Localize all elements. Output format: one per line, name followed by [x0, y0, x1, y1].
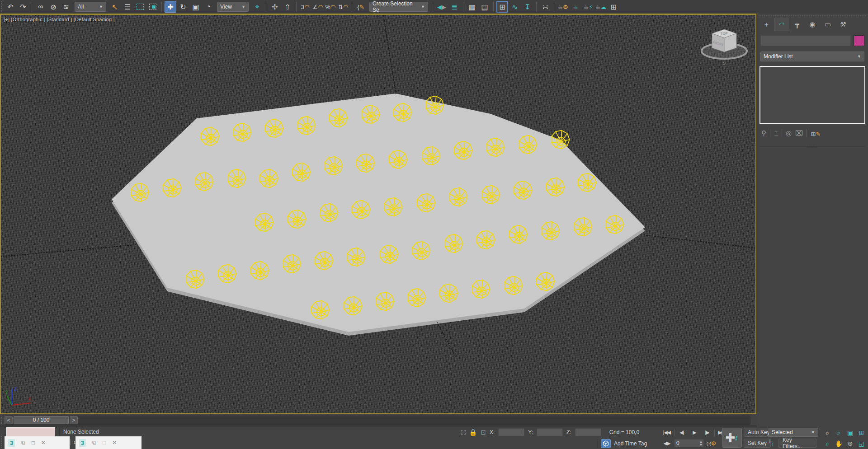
spinner-snap-button[interactable]: ⇅◠ — [337, 1, 349, 13]
tab-motion[interactable]: ◉ — [805, 18, 820, 31]
maxscript-mini-listener[interactable] — [6, 427, 55, 437]
remove-modifier-button[interactable]: ⌧ — [795, 129, 803, 137]
align-button[interactable]: ≣ — [448, 1, 460, 13]
add-time-tag-icon[interactable] — [601, 439, 611, 448]
toggle-ribbon-button[interactable]: ⊞ — [496, 1, 508, 13]
tab-display[interactable]: ▭ — [820, 18, 835, 31]
current-frame-field[interactable]: 0▲▼ — [674, 439, 704, 447]
selection-filter-dropdown[interactable]: All▼ — [75, 2, 106, 12]
select-and-link-button[interactable]: ∞ — [35, 1, 47, 13]
zoom-button[interactable]: ⌕ — [822, 427, 833, 438]
y-coord-field[interactable] — [537, 428, 563, 436]
tab-modify[interactable]: ◠ — [774, 18, 789, 31]
angle-snap-button[interactable]: ∠◠ — [312, 1, 324, 13]
keyboard-shortcut-override-button[interactable]: ⇧ — [282, 1, 293, 13]
toolbar-grip[interactable] — [1, 1, 3, 12]
viewport-label[interactable]: [+] [Orthographic ] [Standard ] [Default… — [4, 17, 115, 22]
select-and-place-button[interactable]: ◔ — [203, 1, 214, 13]
status-bar-grip[interactable] — [1, 436, 3, 448]
schematic-view-button[interactable]: ↧ — [522, 1, 533, 13]
viewport[interactable]: [+] [Orthographic ] [Standard ] [Default… — [1, 15, 755, 413]
material-editor-button[interactable]: ∺ — [539, 1, 551, 13]
configure-modifier-sets-button[interactable]: ⊞✎ — [811, 130, 821, 137]
zoom-extents-button[interactable]: ▣ — [844, 427, 856, 438]
key-filters-button[interactable]: Key Filters... — [778, 439, 816, 448]
window-restore-button[interactable]: ⧉ — [92, 440, 96, 446]
set-keys-button[interactable]: ✚⚷ — [722, 428, 742, 448]
rendered-frame-window-button[interactable]: ☕ — [570, 1, 581, 13]
timeline-grip[interactable] — [1, 417, 3, 424]
tab-create[interactable]: ＋ — [759, 18, 774, 31]
key-mode-toggle-button[interactable]: ◀▶ — [661, 439, 672, 448]
window-maximize-button[interactable]: □ — [103, 440, 106, 446]
percent-snap-button[interactable]: %◠ — [325, 1, 336, 13]
select-and-rotate-button[interactable]: ↻ — [177, 1, 189, 13]
key-filter-selected-dropdown[interactable]: Selected ▼ — [769, 428, 818, 437]
show-end-result-button[interactable]: ⌶ — [774, 129, 778, 137]
object-name-field[interactable] — [760, 35, 851, 46]
play-button[interactable]: ▶ — [689, 428, 700, 437]
edit-named-selection-sets-button[interactable]: {✎ — [355, 1, 367, 13]
minimized-window-titlebar[interactable]: 3⧉□✕ — [75, 436, 142, 449]
named-selection-sets-dropdown[interactable]: Create Selection Se▼ — [369, 2, 428, 12]
minimized-window-titlebar[interactable]: 3⧉□✕ — [5, 436, 70, 449]
tab-utilities[interactable]: ⚒ — [835, 18, 851, 31]
viewcube-top-label[interactable]: TOP — [720, 31, 728, 36]
snaps-toggle-button[interactable]: 3◠ — [299, 1, 311, 13]
curve-editor-button[interactable]: ∿ — [509, 1, 521, 13]
previous-frame-nub[interactable]: < — [5, 416, 13, 424]
add-time-tag-label[interactable]: Add Time Tag — [614, 440, 647, 447]
object-color-swatch[interactable] — [854, 35, 864, 46]
absolute-mode-transform-icon[interactable]: ⊡ — [481, 429, 486, 436]
viewcube-compass-south[interactable]: S — [723, 61, 726, 65]
toggle-layer-explorer-button[interactable]: ▤ — [479, 1, 491, 13]
undo-button[interactable]: ↶ — [5, 1, 16, 13]
toggle-scene-explorer-button[interactable]: ▦ — [466, 1, 478, 13]
render-production-button[interactable]: ☕⚡ — [582, 1, 594, 13]
maximize-viewport-toggle-button[interactable]: ◱ — [856, 438, 867, 449]
viewcube[interactable]: S TOP FRONT — [698, 23, 751, 66]
x-coord-field[interactable] — [498, 428, 524, 436]
frame-spinner[interactable]: ▲▼ — [699, 440, 703, 446]
redo-button[interactable]: ↷ — [17, 1, 29, 13]
mirror-button[interactable]: ◀▶ — [436, 1, 448, 13]
make-unique-button[interactable]: ◎ — [786, 129, 792, 137]
z-coord-field[interactable] — [575, 428, 601, 436]
previous-frame-button[interactable]: ◀| — [676, 428, 687, 437]
pan-view-button[interactable]: ✋ — [833, 438, 844, 449]
unlink-selection-button[interactable]: ⊘ — [47, 1, 59, 13]
rectangular-selection-region-button[interactable] — [134, 1, 146, 13]
modifier-list-dropdown[interactable]: Modifier List ▼ — [760, 51, 864, 61]
select-and-move-button[interactable]: ✚ — [165, 1, 176, 13]
use-pivot-point-center-button[interactable]: ⌖ — [251, 1, 263, 13]
zoom-region-button[interactable]: ⌕ — [822, 438, 833, 449]
bind-to-space-warp-button[interactable]: ≋ — [60, 1, 72, 13]
window-close-button[interactable]: ✕ — [41, 440, 46, 446]
zoom-extents-all-button[interactable]: ⊞ — [856, 427, 867, 438]
modifier-stack-list[interactable] — [760, 66, 865, 124]
time-configuration-button[interactable]: ◷⚙ — [706, 439, 717, 448]
command-panel-grip[interactable] — [759, 15, 866, 16]
selection-lock-toggle-icon[interactable]: 🔒 — [469, 429, 477, 436]
tab-hierarchy[interactable]: ┳ — [789, 18, 805, 31]
window-maximize-button[interactable]: □ — [32, 440, 35, 446]
next-frame-button[interactable]: |▶ — [702, 428, 712, 437]
pin-stack-button[interactable]: ⚲ — [761, 129, 766, 137]
select-object-button[interactable]: ↖ — [109, 1, 121, 13]
scene-canvas[interactable] — [1, 15, 755, 413]
window-crossing-toggle-button[interactable] — [147, 1, 159, 13]
reference-coordinate-system-dropdown[interactable]: View▼ — [217, 2, 249, 12]
window-close-button[interactable]: ✕ — [112, 440, 117, 446]
open-asset-gallery-button[interactable]: ⊞ — [608, 1, 619, 13]
select-and-manipulate-button[interactable]: ✢ — [269, 1, 281, 13]
default-in-out-tangents-icon[interactable]: ╰╮ — [768, 440, 775, 446]
select-and-scale-button[interactable]: ▣ — [190, 1, 202, 13]
next-frame-nub[interactable]: > — [70, 416, 78, 424]
panel-splitter[interactable]: ...... — [760, 142, 865, 147]
isolate-selection-toggle-icon[interactable]: ⛶ — [461, 429, 466, 436]
go-to-start-button[interactable]: |◀◀ — [661, 428, 672, 437]
select-by-name-button[interactable]: ☰ — [122, 1, 133, 13]
viewcube-cube[interactable]: TOP FRONT — [712, 29, 736, 52]
track-bar[interactable] — [0, 425, 757, 427]
window-restore-button[interactable]: ⧉ — [21, 440, 25, 446]
